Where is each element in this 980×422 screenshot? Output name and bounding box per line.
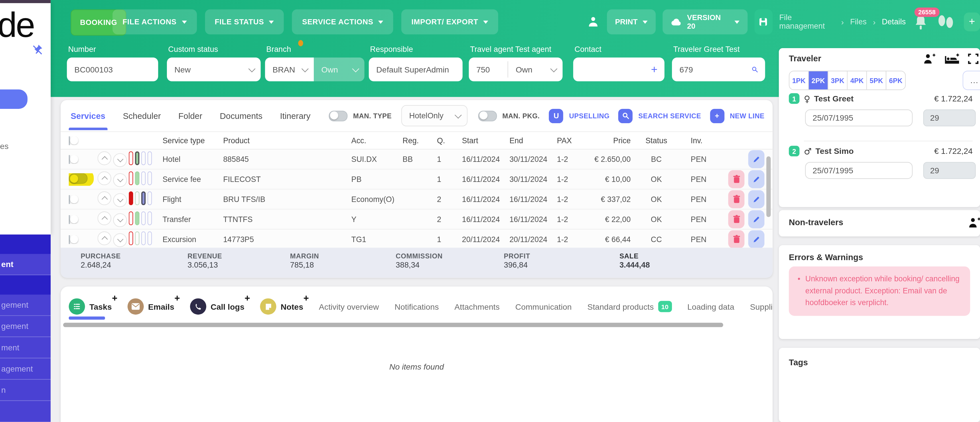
number-field[interactable]: Number <box>67 57 158 81</box>
edit-row-button[interactable] <box>748 190 764 208</box>
move-up-button[interactable] <box>98 212 111 226</box>
row-toggle[interactable] <box>69 173 88 184</box>
sidebar-item-ent[interactable]: ent <box>0 254 51 275</box>
sidebar-item-ment[interactable]: ment <box>0 337 51 358</box>
menu-import-export[interactable]: IMPORT/ EXPORT <box>401 10 498 34</box>
horizontal-scrollbar[interactable] <box>63 323 724 327</box>
man-type-toggle[interactable] <box>329 110 347 121</box>
search-icon[interactable] <box>751 64 758 75</box>
breadcrumb-files[interactable]: Files <box>850 18 867 26</box>
user-icon[interactable] <box>586 15 600 29</box>
activity-tab-supplie[interactable]: Supplie <box>750 302 772 311</box>
version-button[interactable]: VERSION 20 <box>662 10 747 34</box>
edit-row-button[interactable] <box>748 210 764 228</box>
delete-row-button[interactable] <box>729 210 745 228</box>
activity-tab-loading-data[interactable]: Loading data <box>687 302 734 311</box>
man-pkg-toggle[interactable] <box>478 110 496 121</box>
number-input[interactable] <box>67 65 158 74</box>
upselling-button[interactable]: U <box>549 108 563 123</box>
menu-file-status[interactable]: FILE STATUS <box>205 10 284 34</box>
tab-documents[interactable]: Documents <box>218 102 264 130</box>
delete-row-button[interactable] <box>729 170 745 188</box>
activity-tab-activity-overview[interactable]: Activity overview <box>319 302 379 311</box>
pk-option-4pk[interactable]: 4PK <box>848 71 867 89</box>
menu-service-actions[interactable]: SERVICE ACTIONS <box>292 10 393 34</box>
move-up-button[interactable] <box>98 192 111 205</box>
add-non-traveler-icon[interactable] <box>968 216 980 229</box>
add-icon[interactable]: + <box>174 293 180 303</box>
sidebar-item[interactable] <box>0 401 51 422</box>
traveler-search-input[interactable] <box>672 65 751 74</box>
move-down-button[interactable] <box>113 233 127 247</box>
breadcrumb-file-management[interactable]: File management <box>779 13 835 31</box>
add-traveler-icon[interactable] <box>923 53 937 65</box>
print-button[interactable]: PRINT <box>607 10 655 34</box>
activity-tab-emails[interactable]: Emails+ <box>127 298 174 315</box>
search-service-button[interactable] <box>619 108 633 123</box>
pk-option-5pk[interactable]: 5PK <box>867 71 886 89</box>
sidebar-item[interactable] <box>0 275 51 295</box>
activity-tab-notifications[interactable]: Notifications <box>395 302 439 311</box>
tab-itinerary[interactable]: Itinerary <box>278 102 312 130</box>
delete-row-button[interactable] <box>729 230 745 248</box>
add-icon[interactable]: + <box>245 293 250 303</box>
move-up-button[interactable] <box>98 231 111 245</box>
footprints-icon[interactable] <box>937 13 955 31</box>
select-all-toggle[interactable] <box>69 136 70 145</box>
branch-select[interactable]: Branch BRAN <box>265 57 314 81</box>
activity-tab-notes[interactable]: Notes+ <box>260 298 303 315</box>
add-room-icon[interactable] <box>944 53 960 65</box>
move-down-button[interactable] <box>113 173 127 187</box>
tab-services[interactable]: Services <box>69 102 107 130</box>
sidebar-item-n[interactable]: n <box>0 380 51 401</box>
contact-field[interactable]: Contact + <box>573 57 665 81</box>
save-button[interactable] <box>754 10 772 34</box>
sidebar-item-gement[interactable]: gement <box>0 316 51 337</box>
delete-row-button[interactable] <box>729 190 745 208</box>
add-icon[interactable]: + <box>304 293 309 303</box>
new-line-button[interactable]: + <box>710 108 724 123</box>
move-up-button[interactable] <box>98 151 111 165</box>
edit-row-button[interactable] <box>748 150 764 168</box>
custom-status-select[interactable]: Custom status New <box>167 57 261 81</box>
pk-option-1pk[interactable]: 1PK <box>790 71 809 89</box>
branch-scope-select[interactable]: Own <box>314 57 364 81</box>
move-down-button[interactable] <box>113 213 127 227</box>
travel-agent-field[interactable]: Travel agent Test agent 750 Own <box>469 57 562 81</box>
row-toggle[interactable] <box>69 215 70 224</box>
more-options-button[interactable]: ... <box>963 71 980 90</box>
activity-tab-attachments[interactable]: Attachments <box>454 302 500 311</box>
edit-row-button[interactable] <box>748 230 764 248</box>
row-toggle[interactable] <box>69 155 70 164</box>
package-filter-select[interactable]: HotelOnly <box>401 105 467 126</box>
row-toggle[interactable] <box>69 195 70 204</box>
row-toggle[interactable] <box>69 235 70 244</box>
add-button[interactable]: + <box>964 13 980 31</box>
edit-row-button[interactable] <box>748 170 764 188</box>
add-contact-icon[interactable]: + <box>651 63 658 76</box>
birthdate-input[interactable]: 25/07/1995 <box>805 162 913 179</box>
unpin-sidebar-icon[interactable] <box>31 43 44 56</box>
pk-option-6pk[interactable]: 6PK <box>886 71 905 89</box>
notifications-bell[interactable]: 26558 <box>913 12 930 32</box>
expand-icon[interactable] <box>968 53 979 64</box>
activity-tab-communication[interactable]: Communication <box>515 302 572 311</box>
move-down-button[interactable] <box>113 193 127 207</box>
move-down-button[interactable] <box>113 153 127 167</box>
tab-folder[interactable]: Folder <box>177 102 204 130</box>
sidebar-item[interactable] <box>0 235 51 254</box>
activity-tab-call-logs[interactable]: Call logs+ <box>190 298 244 315</box>
breadcrumb-details[interactable]: Details <box>882 18 905 26</box>
responsible-field[interactable]: Responsible Default SuperAdmin <box>369 57 462 81</box>
pk-option-2pk[interactable]: 2PK <box>809 71 828 89</box>
add-icon[interactable]: + <box>112 293 118 303</box>
pk-option-3pk[interactable]: 3PK <box>828 71 848 89</box>
tab-scheduler[interactable]: Scheduler <box>121 102 163 130</box>
sidebar-item-gement[interactable]: gement <box>0 295 51 316</box>
traveler-search-field[interactable]: Traveler Greet Test <box>672 57 765 81</box>
table-scrollbar[interactable] <box>767 156 771 217</box>
sidebar-action-button[interactable] <box>0 89 27 109</box>
activity-tab-standard-products[interactable]: Standard products10 <box>587 301 671 312</box>
move-up-button[interactable] <box>98 172 111 185</box>
sidebar-item-agement[interactable]: agement <box>0 358 51 380</box>
